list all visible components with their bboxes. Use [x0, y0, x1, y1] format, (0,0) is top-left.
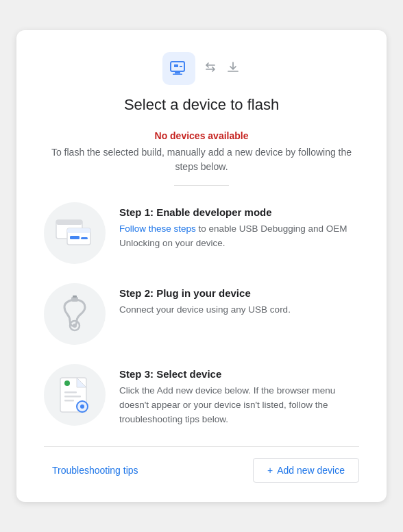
monitor-icon — [169, 60, 188, 77]
footer: Troubleshooting tips + Add new device — [44, 446, 359, 483]
svg-rect-1 — [175, 72, 180, 74]
section-divider — [174, 185, 229, 186]
download-icon — [225, 60, 241, 77]
step2-usb-svg — [51, 290, 99, 338]
step-3-row: Step 3: Select device Click the Add new … — [44, 364, 359, 427]
no-devices-status: No devices available — [44, 130, 359, 141]
step-2-description: Connect your device using any USB cord. — [119, 303, 359, 317]
step3-select-device-svg — [51, 371, 99, 419]
svg-rect-10 — [81, 237, 88, 239]
svg-rect-9 — [70, 236, 80, 239]
step1-developer-mode-svg — [51, 215, 99, 252]
step-2-row: Step 2: Plug in your device Connect your… — [44, 283, 359, 345]
top-icons-row — [44, 52, 359, 85]
step-1-title: Step 1: Enable developer mode — [119, 206, 359, 218]
svg-rect-12 — [73, 295, 77, 298]
svg-rect-4 — [180, 66, 182, 67]
svg-rect-18 — [64, 400, 74, 402]
svg-rect-2 — [173, 74, 182, 75]
step-2-content: Step 2: Plug in your device Connect your… — [119, 283, 359, 317]
main-card: Select a device to flash No devices avai… — [16, 30, 387, 502]
svg-rect-6 — [56, 220, 82, 225]
step-3-illustration — [44, 364, 106, 426]
add-device-button[interactable]: + Add new device — [253, 458, 359, 483]
svg-point-19 — [64, 380, 70, 386]
transfer-icon — [204, 60, 217, 77]
step-1-illustration — [44, 202, 106, 264]
svg-rect-8 — [67, 228, 90, 233]
page-title: Select a device to flash — [44, 96, 359, 114]
step-3-content: Step 3: Select device Click the Add new … — [119, 364, 359, 427]
step-2-title: Step 2: Plug in your device — [119, 287, 359, 299]
step-3-description: Click the Add new device below. If the b… — [119, 384, 359, 427]
step-2-illustration — [44, 283, 106, 345]
step-1-row: Step 1: Enable developer mode Follow the… — [44, 202, 359, 264]
svg-rect-17 — [64, 396, 81, 398]
no-devices-description: To flash the selected build, manually ad… — [44, 145, 359, 174]
step-1-description: Follow these steps to enable USB Debuggi… — [119, 222, 359, 251]
add-device-label: Add new device — [277, 465, 345, 476]
svg-rect-16 — [64, 391, 77, 394]
svg-rect-3 — [174, 64, 178, 67]
step-1-link[interactable]: Follow these steps — [119, 223, 196, 234]
add-device-plus-icon: + — [267, 465, 273, 476]
svg-point-14 — [73, 324, 77, 328]
step-3-title: Step 3: Select device — [119, 368, 359, 380]
troubleshoot-button[interactable]: Troubleshooting tips — [44, 459, 147, 481]
svg-point-21 — [80, 404, 84, 409]
step-1-content: Step 1: Enable developer mode Follow the… — [119, 202, 359, 251]
svg-rect-11 — [71, 297, 78, 302]
device-icon-main — [162, 52, 195, 85]
